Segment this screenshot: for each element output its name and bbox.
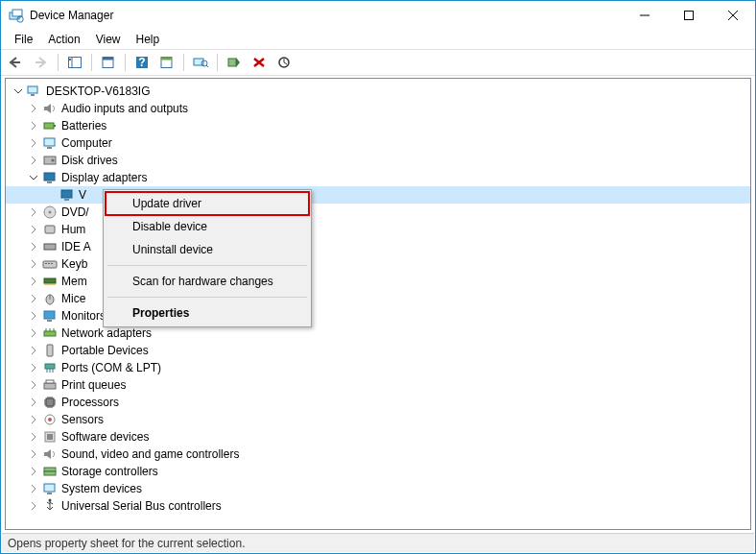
help-button[interactable]: ?	[130, 52, 154, 73]
svg-text:?: ?	[138, 56, 145, 69]
chevron-right-icon[interactable]	[27, 275, 40, 288]
chevron-down-icon[interactable]	[27, 171, 40, 184]
ctx-update-driver[interactable]: Update driver	[106, 192, 309, 215]
forward-button[interactable]	[30, 52, 53, 73]
menu-help[interactable]: Help	[129, 31, 168, 48]
tree-item-software[interactable]: Software devices	[6, 428, 750, 446]
chevron-right-icon[interactable]	[27, 309, 40, 323]
chevron-right-icon[interactable]	[27, 154, 40, 167]
chevron-right-icon[interactable]	[27, 447, 40, 461]
svg-rect-26	[61, 190, 72, 198]
chevron-right-icon[interactable]	[27, 205, 40, 219]
chevron-right-icon[interactable]	[27, 136, 40, 150]
tree-item-label: IDE A	[61, 240, 91, 253]
svg-rect-24	[44, 173, 55, 181]
show-hide-tree-button[interactable]	[63, 52, 86, 73]
svg-rect-34	[48, 263, 50, 264]
chevron-right-icon[interactable]	[27, 482, 40, 495]
toolbar-separator	[217, 54, 218, 71]
tree-item-label: Audio inputs and outputs	[61, 102, 188, 115]
tree-item-sound[interactable]: Sound, video and game controllers	[6, 446, 750, 463]
ctx-uninstall-device[interactable]: Uninstall device	[106, 238, 309, 261]
tree-item-disk[interactable]: Disk drives	[6, 152, 750, 169]
scan-button[interactable]	[189, 52, 212, 73]
uninstall-button[interactable]	[248, 52, 271, 73]
chevron-right-icon[interactable]	[27, 223, 40, 236]
action2-button[interactable]	[155, 52, 178, 73]
chevron-right-icon[interactable]	[27, 465, 40, 478]
svg-rect-53	[47, 493, 52, 494]
chevron-right-icon[interactable]	[27, 413, 40, 426]
tree-item-label: Mem	[61, 275, 87, 288]
svg-rect-51	[44, 471, 56, 475]
software-icon	[42, 429, 58, 445]
close-button[interactable]	[711, 1, 755, 30]
cpu-icon	[42, 395, 58, 410]
display-icon	[59, 187, 75, 203]
tree-item-ports[interactable]: Ports (COM & LPT)	[6, 359, 750, 376]
maximize-button[interactable]	[667, 1, 711, 30]
svg-rect-41	[47, 345, 53, 356]
svg-point-47	[48, 418, 52, 422]
menu-action[interactable]: Action	[40, 31, 87, 48]
tree-item-sensors[interactable]: Sensors	[6, 411, 750, 428]
tree-item-label: Processors	[61, 396, 119, 409]
chevron-right-icon[interactable]	[27, 344, 40, 357]
printer-icon	[42, 377, 58, 393]
chevron-right-icon[interactable]	[27, 326, 40, 340]
svg-rect-44	[46, 380, 54, 383]
svg-rect-45	[46, 398, 54, 406]
properties-button[interactable]	[97, 52, 120, 73]
status-bar: Opens property sheet for the current sel…	[2, 533, 754, 552]
window-title: Device Manager	[30, 9, 623, 22]
tree-item-batteries[interactable]: Batteries	[6, 117, 750, 134]
computer-icon	[42, 135, 58, 151]
ctx-disable-device[interactable]: Disable device	[106, 215, 309, 238]
chevron-right-icon[interactable]	[27, 499, 40, 513]
tree-root[interactable]: DESKTOP-V6183IG	[6, 83, 750, 100]
back-button[interactable]	[5, 52, 28, 73]
chevron-right-icon[interactable]	[27, 102, 40, 115]
svg-rect-1	[12, 10, 22, 16]
chevron-right-icon[interactable]	[27, 240, 40, 253]
tree-item-display[interactable]: Display adapters	[6, 169, 750, 186]
computer-icon	[27, 84, 42, 99]
tree-item-audio[interactable]: Audio inputs and outputs	[6, 100, 750, 117]
svg-rect-35	[51, 263, 53, 264]
tree-item-label: Keyb	[61, 257, 87, 271]
tree-item-label: Print queues	[61, 378, 126, 392]
tree-item-processors[interactable]: Processors	[6, 394, 750, 411]
chevron-down-icon[interactable]	[12, 84, 25, 98]
chevron-right-icon[interactable]	[27, 378, 40, 392]
tree-item-label: Disk drives	[61, 154, 118, 167]
toolbar-separator	[183, 54, 184, 71]
tree-item-print[interactable]: Print queues	[6, 376, 750, 394]
svg-rect-20	[44, 138, 55, 146]
chevron-right-icon[interactable]	[27, 361, 40, 374]
svg-rect-11	[161, 58, 172, 60]
ctx-properties[interactable]: Properties	[106, 301, 309, 325]
update-button[interactable]	[272, 52, 295, 73]
tree-item-usb[interactable]: Universal Serial Bus controllers	[6, 497, 750, 515]
minimize-button[interactable]	[623, 1, 667, 30]
svg-rect-42	[45, 364, 55, 369]
chevron-right-icon[interactable]	[27, 292, 40, 305]
chevron-right-icon[interactable]	[27, 119, 40, 132]
tree-item-storage[interactable]: Storage controllers	[6, 463, 750, 480]
chevron-right-icon[interactable]	[27, 257, 40, 271]
mouse-icon	[42, 291, 58, 306]
chevron-right-icon[interactable]	[27, 396, 40, 409]
tree-item-label: Batteries	[61, 119, 106, 132]
tree-item-label: Universal Serial Bus controllers	[61, 499, 222, 513]
tree-item-label: Ports (COM & LPT)	[61, 361, 161, 374]
enable-button[interactable]	[223, 52, 246, 73]
tree-item-computer[interactable]: Computer	[6, 134, 750, 152]
tree-item-portable[interactable]: Portable Devices	[6, 342, 750, 359]
menu-file[interactable]: File	[7, 31, 40, 48]
tree-item-label: DVD/	[61, 205, 89, 219]
menu-view[interactable]: View	[88, 31, 129, 48]
ctx-scan[interactable]: Scan for hardware changes	[106, 270, 309, 293]
chevron-right-icon[interactable]	[27, 430, 40, 444]
ide-icon	[42, 239, 58, 254]
tree-item-system[interactable]: System devices	[6, 480, 750, 497]
